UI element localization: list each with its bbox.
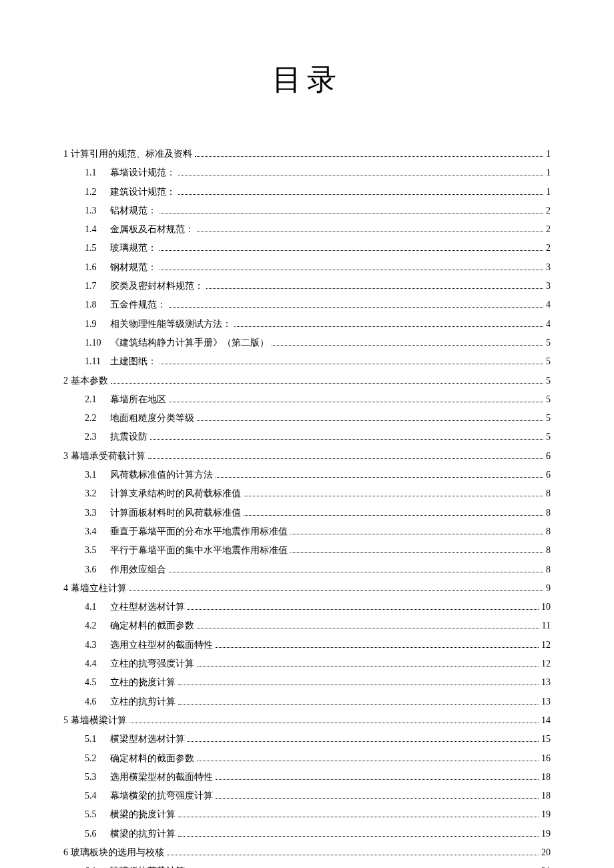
toc-page-number: 4: [546, 316, 551, 332]
toc-entry: 4.6立柱的抗剪计算13: [63, 694, 551, 710]
toc-page-number: 16: [541, 751, 551, 767]
toc-number: 6.1: [85, 863, 110, 868]
toc-heading: 2 基本参数: [63, 373, 108, 389]
toc-leader-dots: [178, 685, 539, 685]
toc-heading: 4 幕墙立柱计算: [63, 580, 127, 596]
toc-page-number: 2: [546, 222, 551, 238]
toc-entry: 1.2建筑设计规范：1: [63, 184, 551, 200]
toc-page-number: 1: [546, 146, 551, 162]
toc-entry: 4 幕墙立柱计算 9: [63, 580, 551, 596]
toc-entry: 1.8五金件规范：4: [63, 297, 551, 313]
toc-entry: 1.11土建图纸：5: [63, 354, 551, 370]
toc-entry: 6.1玻璃板块荷载计算：21: [63, 863, 551, 868]
toc-text: 立柱的挠度计算: [110, 675, 176, 691]
toc-leader-dots: [216, 779, 539, 780]
toc-text: 确定材料的截面参数: [110, 751, 194, 767]
toc-entry: 1.9相关物理性能等级测试方法：4: [63, 316, 551, 332]
toc-leader-dots: [290, 552, 543, 553]
toc-leader-dots: [216, 477, 543, 478]
toc-entry: 2.3抗震设防5: [63, 429, 551, 445]
toc-leader-dots: [188, 609, 539, 610]
toc-leader-dots: [169, 572, 543, 572]
toc-number: 1.5: [85, 240, 110, 256]
toc-leader-dots: [216, 798, 539, 799]
toc-leader-dots: [234, 326, 543, 327]
toc-entry: 3.2计算支承结构时的风荷载标准值8: [63, 486, 551, 502]
toc-text: 平行于幕墙平面的集中水平地震作用标准值: [110, 542, 288, 558]
toc-page-number: 5: [546, 354, 551, 370]
toc-leader-dots: [216, 647, 539, 648]
toc-number: 2.2: [85, 410, 110, 426]
toc-entry: 5.2确定材料的截面参数16: [63, 751, 551, 767]
toc-text: 玻璃规范：: [110, 240, 157, 256]
toc-entry: 3.4垂直于幕墙平面的分布水平地震作用标准值8: [63, 524, 551, 540]
toc-text: 选用立柱型材的截面特性: [110, 637, 213, 653]
toc-number: 4.2: [85, 618, 110, 634]
toc-entry: 3.3计算面板材料时的风荷载标准值8: [63, 505, 551, 521]
toc-number: 3.1: [85, 467, 110, 483]
toc-leader-dots: [169, 307, 543, 308]
toc-entry: 1.7胶类及密封材料规范：3: [63, 278, 551, 294]
toc-number: 4.3: [85, 637, 110, 653]
toc-page-number: 5: [546, 392, 551, 408]
toc-page-number: 1: [546, 184, 551, 200]
toc-leader-dots: [197, 761, 539, 761]
toc-leader-dots: [160, 270, 543, 270]
toc-page-number: 5: [546, 410, 551, 426]
toc-leader-dots: [188, 741, 539, 742]
toc-page-number: 19: [541, 807, 551, 823]
toc-text: 玻璃板块荷载计算：: [110, 863, 194, 868]
toc-heading: 1 计算引用的规范、标准及资料: [63, 146, 192, 162]
toc-leader-dots: [244, 515, 543, 516]
toc-entry: 1.4金属板及石材规范：2: [63, 222, 551, 238]
toc-page-number: 14: [541, 713, 551, 729]
toc-entry: 4.2确定材料的截面参数11: [63, 618, 551, 634]
toc-entry: 5.3选用横梁型材的截面特性18: [63, 769, 551, 785]
toc-number: 5.1: [85, 731, 110, 747]
toc-page-number: 20: [541, 845, 551, 861]
toc-page-number: 15: [541, 731, 551, 747]
toc-leader-dots: [244, 496, 543, 496]
toc-entry: 5.4幕墙横梁的抗弯强度计算18: [63, 788, 551, 804]
toc-leader-dots: [150, 439, 543, 440]
toc-page-number: 8: [546, 486, 551, 502]
toc-leader-dots: [178, 836, 539, 837]
toc-number: 5.4: [85, 788, 110, 804]
toc-entry: 3 幕墙承受荷载计算 6: [63, 448, 551, 464]
toc-page-number: 1: [546, 165, 551, 181]
toc-page-number: 18: [541, 769, 551, 785]
toc-entry: 6 玻璃板块的选用与校核 20: [63, 845, 551, 861]
toc-text: 钢材规范：: [110, 260, 157, 276]
toc-text: 选用横梁型材的截面特性: [110, 769, 213, 785]
toc-leader-dots: [178, 175, 543, 175]
toc-heading: 5 幕墙横梁计算: [63, 713, 127, 729]
toc-leader-dots: [167, 855, 539, 855]
toc-leader-dots: [178, 817, 539, 817]
toc-number: 1.8: [85, 297, 110, 313]
toc-number: 2.3: [85, 429, 110, 445]
toc-page-number: 6: [546, 467, 551, 483]
toc-page-number: 10: [541, 599, 551, 615]
toc-text: 幕墙所在地区: [110, 392, 166, 408]
toc-leader-dots: [160, 250, 543, 251]
toc-number: 3.4: [85, 524, 110, 540]
toc-text: 幕墙设计规范：: [110, 165, 176, 181]
page-title: 目录: [63, 60, 551, 99]
toc-page-number: 12: [541, 656, 551, 672]
toc-entry: 1.6钢材规范：3: [63, 260, 551, 276]
toc-number: 5.5: [85, 807, 110, 823]
toc-entry: 4.5立柱的挠度计算13: [63, 675, 551, 691]
toc-text: 幕墙横梁的抗弯强度计算: [110, 788, 213, 804]
toc-number: 1.11: [85, 354, 110, 370]
toc-entry: 4.1立柱型材选材计算10: [63, 599, 551, 615]
toc-page-number: 3: [546, 260, 551, 276]
toc-entry: 1.1幕墙设计规范：1: [63, 165, 551, 181]
toc-leader-dots: [148, 458, 544, 459]
toc-leader-dots: [197, 628, 539, 628]
toc-page-number: 8: [546, 562, 551, 578]
toc-page-number: 5: [546, 335, 551, 351]
toc-text: 风荷载标准值的计算方法: [110, 467, 213, 483]
toc-leader-dots: [129, 590, 544, 591]
toc-text: 胶类及密封材料规范：: [110, 278, 204, 294]
toc-text: 《建筑结构静力计算手册》（第二版）: [110, 335, 269, 351]
